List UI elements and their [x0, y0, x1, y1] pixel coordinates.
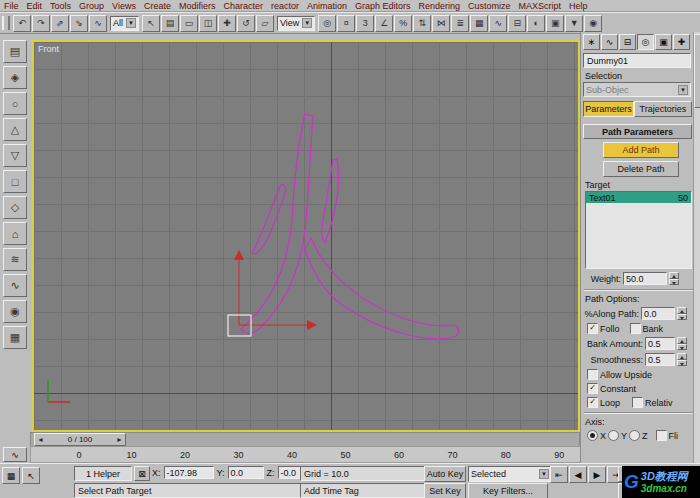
menu-item-2[interactable]: Tools: [50, 1, 71, 11]
tab-hierarchy-icon[interactable]: ⊟: [619, 34, 636, 50]
set-key-button[interactable]: Set Key: [424, 483, 466, 498]
select-and-link-icon[interactable]: ⇗: [51, 15, 69, 32]
quick-render-icon[interactable]: ◉: [584, 15, 602, 32]
render-scene-icon[interactable]: ▣: [546, 15, 564, 32]
text-spline-shape[interactable]: [241, 114, 458, 339]
allow-upside-down-checkbox[interactable]: [587, 369, 598, 380]
menu-item-11[interactable]: Rendering: [419, 1, 461, 11]
viewport-label[interactable]: Front: [38, 44, 59, 54]
tab-parameters[interactable]: Parameters: [583, 101, 634, 117]
track-bar[interactable]: 0102030405060708090100: [30, 446, 654, 463]
menu-item-0[interactable]: File: [4, 1, 19, 11]
menu-item-4[interactable]: Views: [112, 1, 136, 11]
axis-x-radio[interactable]: [587, 430, 598, 441]
render-type-icon[interactable]: ▼: [565, 15, 583, 32]
axis-y-radio[interactable]: [608, 430, 619, 441]
redo-icon[interactable]: ↷: [32, 15, 50, 32]
time-slider[interactable]: ◄ 0 / 100 ►: [34, 433, 126, 446]
target-list-item-Text01[interactable]: Text01 50: [586, 192, 691, 203]
left-toolbar-icon-5[interactable]: ▽: [3, 144, 27, 167]
selection-filter-dropdown[interactable]: All ▼: [110, 16, 139, 31]
key-filters-button[interactable]: Key Filters...: [468, 483, 548, 498]
along-path-spinner[interactable]: [677, 307, 687, 320]
previous-frame-icon[interactable]: ◀: [569, 466, 587, 483]
select-by-name-icon[interactable]: ▤: [161, 15, 179, 32]
menu-item-10[interactable]: Graph Editors: [355, 1, 411, 11]
reference-coordinate-dropdown[interactable]: View ▼: [277, 16, 315, 31]
tab-utilities-icon[interactable]: ✚: [673, 34, 690, 50]
select-and-manipulate-icon[interactable]: ¤: [337, 15, 355, 32]
menu-item-8[interactable]: reactor: [271, 1, 299, 11]
menu-item-6[interactable]: Modifiers: [179, 1, 216, 11]
menu-item-12[interactable]: Customize: [468, 1, 511, 11]
select-and-scale-icon[interactable]: ▱: [256, 15, 274, 32]
bind-to-space-warp-icon[interactable]: ∿: [89, 15, 107, 32]
menu-item-5[interactable]: Create: [144, 1, 171, 11]
tab-trajectories[interactable]: Trajectories: [634, 101, 692, 117]
left-toolbar-icon-8[interactable]: ⌂: [3, 222, 27, 245]
menu-item-1[interactable]: Edit: [27, 1, 43, 11]
flip-checkbox[interactable]: [656, 430, 667, 441]
relative-checkbox[interactable]: [632, 397, 643, 408]
left-toolbar-icon-11[interactable]: ◉: [3, 300, 27, 323]
left-toolbar-icon-10[interactable]: ∿: [3, 274, 27, 297]
menu-item-9[interactable]: Animation: [307, 1, 347, 11]
add-time-tag[interactable]: Add Time Tag: [300, 483, 428, 498]
go-to-start-icon[interactable]: ⇤: [550, 466, 568, 483]
scrollbar-thumb[interactable]: [694, 34, 700, 108]
object-name-field[interactable]: Dummy01: [583, 53, 691, 68]
constant-velocity-checkbox[interactable]: [587, 383, 598, 394]
time-slider-prev-icon[interactable]: ◄: [37, 436, 44, 443]
left-toolbar-icon-7[interactable]: ◇: [3, 196, 27, 219]
path-parameters-rollout[interactable]: Path Parameters: [583, 124, 692, 139]
percent-snap-icon[interactable]: %: [394, 15, 412, 32]
smoothness-spinner[interactable]: [677, 353, 687, 366]
weight-field[interactable]: 50.0: [623, 272, 667, 285]
selection-lock-icon[interactable]: ⊠: [134, 466, 150, 481]
rectangular-selection-region-icon[interactable]: ▭: [180, 15, 198, 32]
along-path-field[interactable]: 0.0: [641, 307, 675, 320]
use-center-icon[interactable]: ◎: [318, 15, 336, 32]
material-editor-icon[interactable]: ◐: [527, 15, 545, 32]
tab-motion-icon[interactable]: ◎: [637, 34, 654, 50]
auto-key-button[interactable]: Auto Key: [424, 466, 466, 482]
weight-spinner[interactable]: [669, 272, 679, 285]
left-toolbar-icon-2[interactable]: ◈: [3, 66, 27, 89]
delete-path-button[interactable]: Delete Path: [603, 161, 679, 177]
curve-editor-icon[interactable]: ∿: [489, 15, 507, 32]
left-toolbar-icon-1[interactable]: ▤: [3, 40, 27, 63]
time-slider-track[interactable]: ◄ 0 / 100 ►: [30, 432, 580, 447]
left-toolbar-icon-4[interactable]: △: [3, 118, 27, 141]
select-and-rotate-icon[interactable]: ↺: [237, 15, 255, 32]
snap-toggle-icon[interactable]: 3: [356, 15, 374, 32]
viewport-front[interactable]: Front: [32, 40, 580, 432]
coord-y-field[interactable]: 0.0: [228, 466, 264, 479]
menu-item-7[interactable]: Character: [223, 1, 263, 11]
target-list[interactable]: Text01 50: [585, 191, 692, 269]
unlink-selection-icon[interactable]: ⇘: [70, 15, 88, 32]
transform-gizmo[interactable]: [234, 250, 317, 330]
undo-icon[interactable]: ↶: [13, 15, 31, 32]
window-crossing-icon[interactable]: ◫: [199, 15, 217, 32]
menu-item-13[interactable]: MAXScript: [519, 1, 562, 11]
status-mouse-icon[interactable]: ↖: [22, 467, 40, 484]
play-icon[interactable]: ▶: [588, 466, 606, 483]
left-toolbar-icon-3[interactable]: ○: [3, 92, 27, 115]
loop-checkbox[interactable]: [587, 397, 598, 408]
layer-manager-icon[interactable]: ▦: [470, 15, 488, 32]
align-icon[interactable]: ≣: [451, 15, 469, 32]
menu-item-3[interactable]: Group: [79, 1, 104, 11]
bank-checkbox[interactable]: [630, 323, 641, 334]
bank-amount-field[interactable]: 0.5: [645, 337, 675, 350]
tab-display-icon[interactable]: ▣: [655, 34, 672, 50]
schematic-view-icon[interactable]: ⊟: [508, 15, 526, 32]
mirror-icon[interactable]: ⋈: [432, 15, 450, 32]
smoothness-field[interactable]: 0.5: [645, 353, 675, 366]
add-path-button[interactable]: Add Path: [603, 142, 679, 158]
coord-x-field[interactable]: -107.98: [164, 466, 214, 479]
select-and-move-icon[interactable]: ✚: [218, 15, 236, 32]
open-mini-curve-editor-icon[interactable]: ∿: [3, 447, 27, 462]
tab-modify-icon[interactable]: ∿: [601, 34, 618, 50]
left-toolbar-icon-9[interactable]: ≋: [3, 248, 27, 271]
follow-checkbox[interactable]: [587, 323, 598, 334]
